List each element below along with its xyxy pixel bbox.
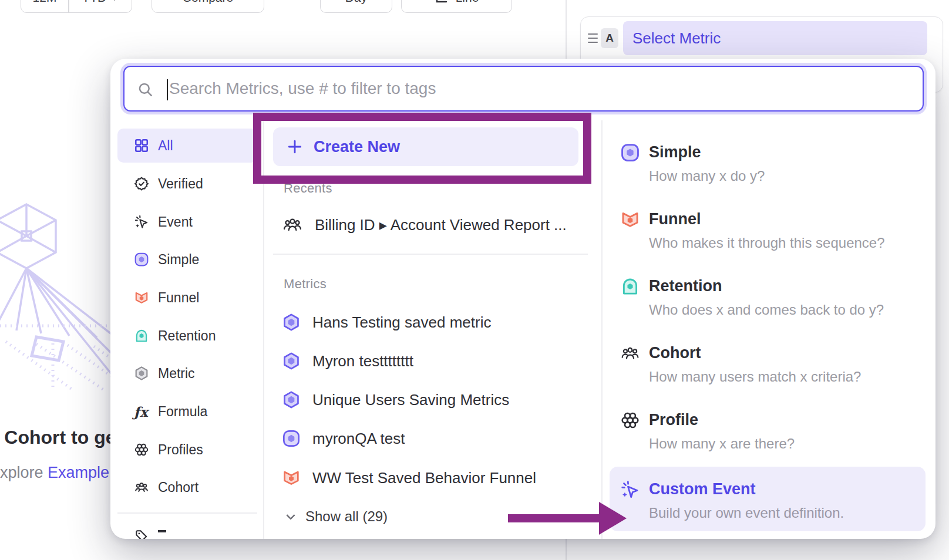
metric-item-label: WW Test Saved Behavior Funnel (312, 469, 536, 487)
retention-icon (134, 328, 149, 343)
sidebar-item-label: Retention (158, 328, 216, 344)
type-title: Cohort (649, 344, 701, 362)
date-range-control[interactable]: 12M YTD (21, 0, 132, 13)
metric-item-label: Hans Testing saved metric (312, 313, 491, 332)
annotation-arrow (505, 498, 631, 539)
funnel-metric-icon (282, 468, 301, 487)
cohort-people-icon (620, 345, 640, 362)
sidebar-item-formula[interactable]: ƒx Formula (117, 394, 257, 429)
event-spark-icon (134, 214, 149, 230)
search-input[interactable] (169, 67, 874, 110)
metric-item-label: Myron testttttttt (312, 352, 413, 370)
select-metric-button[interactable]: Select Metric (623, 21, 927, 55)
sidebar-item-label: Cohort (158, 480, 198, 495)
simple-icon (134, 252, 149, 267)
sidebar-item-label: Funnel (158, 290, 199, 306)
text-caret (167, 79, 168, 100)
recents-divider (273, 254, 588, 255)
funnel-icon (620, 210, 640, 230)
sidebar-item-simple[interactable]: Simple (117, 242, 257, 276)
type-desc: Who makes it through this sequence? (649, 235, 885, 251)
sidebar-item-label: Formula (158, 404, 207, 420)
sidebar-item-event[interactable]: Event (117, 205, 257, 239)
range-12m-button[interactable]: 12M (21, 0, 68, 12)
sidebar-divider (117, 512, 257, 514)
sidebar-item-funnel[interactable]: Funnel (117, 281, 257, 315)
sidebar-item-all[interactable]: All (117, 129, 257, 163)
day-button[interactable]: Day (320, 0, 392, 13)
tag-icon (134, 528, 149, 539)
clipped-label (158, 530, 166, 539)
search-box[interactable] (123, 66, 924, 112)
metric-list-item[interactable]: Unique Users Saving Metrics (282, 383, 509, 416)
formula-icon: ƒx (134, 404, 149, 420)
sidebar-item-partial[interactable] (117, 519, 257, 539)
sidebar-item-label: Verified (158, 176, 203, 192)
sidebar-item-label: Metric (158, 366, 195, 382)
chevron-down-icon (286, 514, 295, 520)
saved-metric-icon (282, 352, 301, 370)
range-ytd-button[interactable]: YTD (69, 0, 132, 12)
type-title: Custom Event (649, 480, 756, 498)
metrics-label: Metrics (284, 276, 327, 292)
cohort-people-icon (134, 480, 149, 495)
type-desc: How many x are there? (649, 436, 795, 452)
sidebar-item-label: All (158, 138, 173, 154)
profiles-cluster-icon (620, 410, 640, 430)
column-divider (601, 120, 603, 539)
metric-item-label: Unique Users Saving Metrics (312, 391, 509, 409)
show-all-button[interactable]: Show all (29) (286, 508, 388, 525)
line-chart-type-button[interactable]: Line (401, 0, 512, 13)
retention-icon (620, 276, 640, 296)
line-chart-icon (435, 0, 449, 5)
custom-event-highlight (610, 467, 926, 531)
type-title: Profile (649, 411, 698, 429)
simple-metric-icon (282, 429, 301, 448)
drag-handle-icon[interactable] (588, 33, 598, 46)
compare-label: Compare (183, 0, 233, 5)
day-label: Day (345, 0, 367, 5)
sidebar-item-label: Event (158, 214, 193, 230)
all-grid-icon (134, 138, 149, 153)
metric-list-item[interactable]: myronQA test (282, 422, 405, 455)
type-title: Simple (649, 143, 701, 161)
cohort-people-icon (282, 216, 303, 234)
show-all-label: Show all (29) (305, 508, 388, 525)
sidebar-item-retention[interactable]: Retention (117, 319, 257, 353)
annotation-rectangle (253, 113, 591, 184)
custom-event-spark-icon (620, 480, 640, 500)
sidebar-item-cohort[interactable]: Cohort (117, 470, 257, 504)
type-desc: Build your own event definition. (649, 505, 844, 521)
type-desc: How many x do y? (649, 168, 765, 184)
metric-item-label: myronQA test (312, 430, 405, 448)
verified-badge-icon (134, 176, 149, 191)
background-explore-line: xplore Example R (0, 464, 125, 482)
search-icon (137, 82, 153, 97)
compare-button[interactable]: Compare (152, 0, 264, 13)
sidebar-item-label: Profiles (158, 442, 203, 458)
profiles-cluster-icon (134, 442, 149, 457)
recent-item[interactable]: Billing ID ▸ Account Viewed Report ... (282, 208, 567, 241)
range-12m-label: 12M (33, 0, 57, 5)
chevron-down-icon (110, 0, 119, 1)
metric-list-item[interactable]: Hans Testing saved metric (282, 306, 491, 339)
range-ytd-label: YTD (82, 0, 106, 5)
recent-item-label: Billing ID ▸ Account Viewed Report ... (315, 216, 567, 234)
metric-list-item[interactable]: Myron testttttttt (282, 345, 413, 377)
simple-icon (620, 143, 640, 163)
sidebar-item-label: Simple (158, 252, 199, 268)
metric-icon (134, 366, 149, 381)
sidebar-item-verified[interactable]: Verified (117, 167, 257, 201)
saved-metric-icon (282, 313, 301, 332)
funnel-icon (134, 290, 149, 305)
type-desc: How many users match x criteria? (649, 369, 861, 385)
type-title: Retention (649, 277, 722, 295)
type-desc: Who does x and comes back to do y? (649, 302, 884, 318)
metric-list-item[interactable]: WW Test Saved Behavior Funnel (282, 461, 536, 494)
sidebar-item-metric[interactable]: Metric (117, 356, 257, 390)
background-heading: r Cohort to ge (0, 427, 116, 448)
line-label: Line (456, 0, 479, 5)
saved-metric-icon (282, 390, 301, 409)
type-title: Funnel (649, 210, 701, 228)
sidebar-item-profiles[interactable]: Profiles (117, 433, 257, 467)
